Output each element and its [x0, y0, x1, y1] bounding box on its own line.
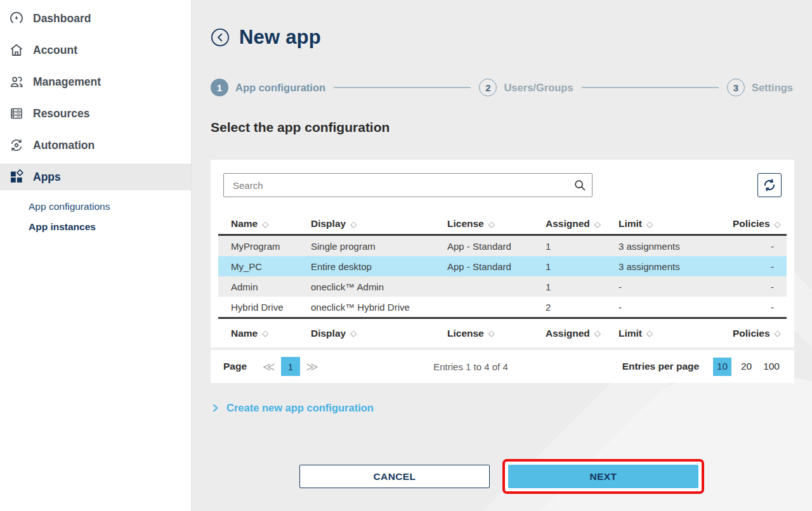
cancel-button[interactable]: CANCEL — [299, 465, 490, 488]
cell-limit: - — [619, 281, 733, 292]
stepper-step-users-groups: 2Users/Groups — [479, 79, 573, 96]
sidebar-item-management[interactable]: Management — [0, 68, 191, 95]
search-input[interactable] — [223, 173, 593, 197]
page-size-options: 1020100 — [713, 358, 782, 376]
column-header-assigned[interactable]: Assigned◇ — [546, 218, 619, 230]
column-header-name[interactable]: Name◇ — [231, 328, 311, 339]
search-box — [223, 173, 593, 197]
column-header-display[interactable]: Display◇ — [311, 328, 447, 339]
stepper-step-app-configuration: 1App configuration — [211, 79, 325, 96]
column-header-policies[interactable]: Policies◇ — [733, 218, 781, 230]
sort-icon[interactable]: ◇ — [488, 219, 495, 229]
cell-display: Entire desktop — [311, 261, 447, 272]
refresh-icon — [762, 178, 777, 193]
sidebar-item-label: Management — [33, 75, 101, 89]
table-header: Name◇Display◇License◇Assigned◇Limit◇Poli… — [218, 214, 787, 236]
cell-policies: - — [733, 302, 774, 313]
column-header-display[interactable]: Display◇ — [311, 218, 447, 230]
column-header-label: Limit — [619, 218, 642, 230]
sort-icon[interactable]: ◇ — [646, 328, 653, 338]
step-number-badge: 2 — [479, 79, 497, 96]
new-app-wizard-page: New app 1App configuration2Users/Groups3… — [192, 0, 812, 494]
sort-icon[interactable]: ◇ — [646, 219, 653, 229]
users-icon — [9, 74, 24, 89]
column-header-license[interactable]: License◇ — [447, 328, 546, 339]
wizard-stepper: 1App configuration2Users/Groups3Settings — [211, 79, 793, 96]
column-header-name[interactable]: Name◇ — [231, 218, 311, 230]
sidebar-item-label: Account — [33, 44, 77, 57]
cell-assigned: 2 — [546, 302, 619, 313]
table-row-hybrid-drive[interactable]: Hybrid Driveoneclick™ Hybrid Drive2-- — [218, 297, 787, 317]
sidebar-item-apps[interactable]: Apps — [0, 164, 191, 190]
cell-name: MyProgram — [231, 241, 311, 252]
sort-icon[interactable]: ◇ — [262, 219, 268, 229]
automation-icon — [9, 138, 24, 153]
cell-display: oneclick™ Hybrid Drive — [311, 302, 447, 313]
sort-icon[interactable]: ◇ — [594, 328, 601, 338]
stepper-connector — [334, 87, 471, 88]
sort-icon[interactable]: ◇ — [594, 219, 601, 229]
column-header-limit[interactable]: Limit◇ — [619, 218, 733, 230]
cell-assigned: 1 — [546, 261, 619, 272]
chevron-right-icon — [211, 403, 220, 413]
column-header-label: Name — [231, 218, 258, 230]
column-header-label: License — [447, 328, 484, 339]
page-size-10[interactable]: 10 — [713, 358, 731, 376]
sidebar-item-dashboard[interactable]: Dashboard — [0, 5, 191, 32]
table-body: MyProgramSingle programApp - Standard13 … — [218, 236, 787, 317]
section-title: Select the app configuration — [211, 120, 793, 135]
search-icon[interactable] — [573, 178, 587, 192]
entries-per-page-controls: Entries per page 1020100 — [622, 358, 782, 376]
back-button[interactable] — [211, 28, 230, 47]
cell-policies: - — [733, 241, 774, 252]
cell-name: My_PC — [231, 261, 311, 272]
column-header-label: Name — [231, 328, 258, 339]
sort-icon[interactable]: ◇ — [775, 219, 781, 229]
next-button[interactable]: NEXT — [508, 465, 698, 488]
cell-display: Single program — [311, 241, 447, 252]
sidebar-item-account[interactable]: Account — [0, 37, 191, 63]
entries-per-page-label: Entries per page — [622, 361, 699, 372]
sidebar-subitem-app-configurations[interactable]: App configurations — [29, 197, 191, 217]
page-header: New app — [211, 0, 793, 49]
page-size-100[interactable]: 100 — [761, 358, 782, 376]
cell-display: oneclick™ Admin — [311, 281, 447, 292]
cell-name: Admin — [231, 281, 311, 292]
page-label: Page — [223, 361, 247, 372]
sidebar-item-label: Automation — [33, 139, 95, 152]
column-header-limit[interactable]: Limit◇ — [619, 328, 733, 339]
table-row-my-pc[interactable]: My_PCEntire desktopApp - Standard13 assi… — [218, 256, 787, 276]
sort-icon[interactable]: ◇ — [350, 219, 357, 229]
next-button-red-highlight: NEXT — [502, 459, 704, 494]
entries-info: Entries 1 to 4 of 4 — [433, 361, 508, 372]
column-header-license[interactable]: License◇ — [447, 218, 546, 230]
cell-name: Hybrid Drive — [231, 302, 311, 313]
sort-icon[interactable]: ◇ — [775, 328, 781, 338]
create-new-app-configuration-link[interactable]: Create new app configuration — [211, 402, 374, 414]
current-page-button[interactable]: 1 — [281, 357, 300, 376]
table-row-admin[interactable]: Adminoneclick™ Admin1-- — [218, 276, 787, 297]
column-header-assigned[interactable]: Assigned◇ — [546, 328, 619, 339]
sort-icon[interactable]: ◇ — [262, 328, 268, 338]
sort-icon[interactable]: ◇ — [488, 328, 495, 338]
cell-policies: - — [733, 261, 774, 272]
page-size-20[interactable]: 20 — [737, 358, 756, 376]
table-toolbar — [218, 173, 787, 197]
sidebar-subitem-app-instances[interactable]: App instances — [29, 217, 191, 237]
sidebar-submenu: App configurationsApp instances — [0, 195, 191, 237]
sidebar-item-resources[interactable]: Resources — [0, 100, 191, 127]
cell-limit: - — [619, 302, 733, 313]
page-title: New app — [239, 26, 321, 49]
cell-assigned: 1 — [546, 241, 619, 252]
last-page-icon[interactable]: ≫ — [306, 359, 318, 374]
sidebar-item-automation[interactable]: Automation — [0, 132, 191, 158]
sort-icon[interactable]: ◇ — [350, 328, 357, 338]
sidebar-item-label: Resources — [33, 107, 90, 120]
column-header-label: Policies — [733, 328, 770, 339]
first-page-icon[interactable]: ≪ — [263, 359, 275, 374]
server-icon — [9, 106, 24, 121]
stepper-step-settings: 3Settings — [727, 79, 793, 96]
column-header-policies[interactable]: Policies◇ — [733, 328, 781, 339]
table-row-myprogram[interactable]: MyProgramSingle programApp - Standard13 … — [218, 236, 787, 256]
refresh-button[interactable] — [757, 173, 782, 197]
